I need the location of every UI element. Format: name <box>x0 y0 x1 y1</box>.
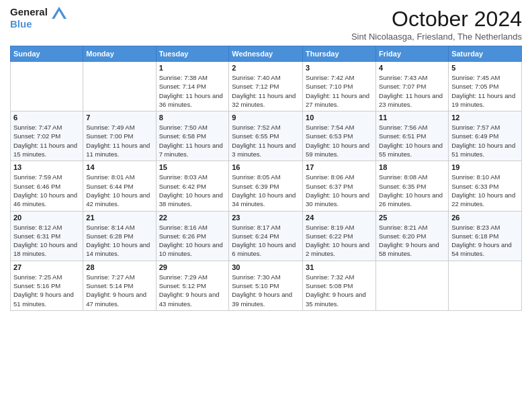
day-detail: Sunrise: 7:52 AM Sunset: 6:55 PM Dayligh… <box>232 123 300 158</box>
calendar-cell-w2-d7: 12Sunrise: 7:57 AM Sunset: 6:49 PM Dayli… <box>449 111 522 161</box>
day-detail: Sunrise: 7:27 AM Sunset: 5:14 PM Dayligh… <box>86 273 152 308</box>
day-detail: Sunrise: 7:42 AM Sunset: 7:10 PM Dayligh… <box>306 73 373 109</box>
day-detail: Sunrise: 7:25 AM Sunset: 5:16 PM Dayligh… <box>13 273 80 308</box>
calendar-cell-w3-d2: 14Sunrise: 8:01 AM Sunset: 6:44 PM Dayli… <box>83 161 156 211</box>
header-wednesday: Wednesday <box>229 46 303 62</box>
day-detail: Sunrise: 8:21 AM Sunset: 6:20 PM Dayligh… <box>379 223 445 259</box>
day-number: 30 <box>232 263 300 271</box>
day-detail: Sunrise: 7:30 AM Sunset: 5:10 PM Dayligh… <box>232 273 300 308</box>
day-number: 1 <box>159 64 226 72</box>
calendar-cell-w5-d6 <box>376 261 449 310</box>
calendar-week-3: 13Sunrise: 7:59 AM Sunset: 6:46 PM Dayli… <box>11 161 522 211</box>
calendar-week-5: 27Sunrise: 7:25 AM Sunset: 5:16 PM Dayli… <box>11 261 522 310</box>
day-number: 23 <box>232 214 300 222</box>
day-detail: Sunrise: 8:19 AM Sunset: 6:22 PM Dayligh… <box>306 223 373 259</box>
calendar-cell-w3-d3: 15Sunrise: 8:03 AM Sunset: 6:42 PM Dayli… <box>156 161 229 211</box>
day-detail: Sunrise: 7:49 AM Sunset: 7:00 PM Dayligh… <box>86 123 152 158</box>
day-detail: Sunrise: 8:12 AM Sunset: 6:31 PM Dayligh… <box>13 223 80 259</box>
calendar-cell-w1-d1 <box>11 62 83 111</box>
calendar-cell-w2-d3: 8Sunrise: 7:50 AM Sunset: 6:58 PM Daylig… <box>156 111 229 161</box>
day-detail: Sunrise: 7:40 AM Sunset: 7:12 PM Dayligh… <box>232 73 300 109</box>
calendar-cell-w2-d1: 6Sunrise: 7:47 AM Sunset: 7:02 PM Daylig… <box>11 111 83 161</box>
calendar-cell-w4-d3: 22Sunrise: 8:16 AM Sunset: 6:26 PM Dayli… <box>156 211 229 261</box>
calendar-cell-w2-d6: 11Sunrise: 7:56 AM Sunset: 6:51 PM Dayli… <box>376 111 449 161</box>
day-number: 26 <box>451 214 519 222</box>
calendar-cell-w3-d1: 13Sunrise: 7:59 AM Sunset: 6:46 PM Dayli… <box>11 161 83 211</box>
page: General Blue October 2024 Sint Nicolaasg… <box>0 0 532 411</box>
calendar-cell-w5-d2: 28Sunrise: 7:27 AM Sunset: 5:14 PM Dayli… <box>83 261 156 310</box>
calendar-cell-w5-d7 <box>449 261 522 310</box>
day-number: 13 <box>13 163 80 171</box>
calendar-cell-w5-d5: 31Sunrise: 7:32 AM Sunset: 5:08 PM Dayli… <box>303 261 376 310</box>
calendar-cell-w3-d6: 18Sunrise: 8:08 AM Sunset: 6:35 PM Dayli… <box>376 161 449 211</box>
day-detail: Sunrise: 7:54 AM Sunset: 6:53 PM Dayligh… <box>306 123 373 158</box>
calendar-cell-w5-d1: 27Sunrise: 7:25 AM Sunset: 5:16 PM Dayli… <box>11 261 83 310</box>
calendar-cell-w2-d4: 9Sunrise: 7:52 AM Sunset: 6:55 PM Daylig… <box>229 111 303 161</box>
day-number: 24 <box>306 214 373 222</box>
calendar-cell-w5-d4: 30Sunrise: 7:30 AM Sunset: 5:10 PM Dayli… <box>229 261 303 310</box>
day-number: 25 <box>379 214 445 222</box>
calendar-cell-w1-d4: 2Sunrise: 7:40 AM Sunset: 7:12 PM Daylig… <box>229 62 303 111</box>
day-number: 16 <box>232 163 300 171</box>
day-number: 31 <box>306 263 373 271</box>
calendar-week-1: 1Sunrise: 7:38 AM Sunset: 7:14 PM Daylig… <box>11 62 522 111</box>
day-number: 28 <box>86 263 152 271</box>
day-number: 21 <box>86 214 152 222</box>
logo-text: General Blue <box>10 7 66 30</box>
calendar-cell-w4-d5: 24Sunrise: 8:19 AM Sunset: 6:22 PM Dayli… <box>303 211 376 261</box>
day-detail: Sunrise: 7:32 AM Sunset: 5:08 PM Dayligh… <box>306 273 373 308</box>
header-sunday: Sunday <box>11 46 83 62</box>
day-detail: Sunrise: 7:50 AM Sunset: 6:58 PM Dayligh… <box>159 123 226 158</box>
day-detail: Sunrise: 7:59 AM Sunset: 6:46 PM Dayligh… <box>13 173 80 208</box>
calendar-cell-w4-d7: 26Sunrise: 8:23 AM Sunset: 6:18 PM Dayli… <box>449 211 522 261</box>
day-detail: Sunrise: 7:45 AM Sunset: 7:05 PM Dayligh… <box>451 73 519 109</box>
day-detail: Sunrise: 8:14 AM Sunset: 6:28 PM Dayligh… <box>86 223 152 259</box>
day-number: 22 <box>159 214 226 222</box>
month-title: October 2024 <box>351 7 522 32</box>
day-detail: Sunrise: 8:23 AM Sunset: 6:18 PM Dayligh… <box>451 223 519 259</box>
header-friday: Friday <box>376 46 449 62</box>
day-detail: Sunrise: 7:47 AM Sunset: 7:02 PM Dayligh… <box>13 123 80 158</box>
day-number: 20 <box>13 214 80 222</box>
day-detail: Sunrise: 7:56 AM Sunset: 6:51 PM Dayligh… <box>379 123 445 158</box>
calendar-cell-w1-d3: 1Sunrise: 7:38 AM Sunset: 7:14 PM Daylig… <box>156 62 229 111</box>
day-detail: Sunrise: 8:05 AM Sunset: 6:39 PM Dayligh… <box>232 173 300 208</box>
day-number: 6 <box>13 113 80 122</box>
day-detail: Sunrise: 8:06 AM Sunset: 6:37 PM Dayligh… <box>306 173 373 208</box>
day-number: 27 <box>13 263 80 271</box>
day-detail: Sunrise: 7:43 AM Sunset: 7:07 PM Dayligh… <box>379 73 445 109</box>
calendar-cell-w4-d6: 25Sunrise: 8:21 AM Sunset: 6:20 PM Dayli… <box>376 211 449 261</box>
day-number: 4 <box>379 64 445 72</box>
day-detail: Sunrise: 8:08 AM Sunset: 6:35 PM Dayligh… <box>379 173 445 208</box>
day-number: 15 <box>159 163 226 171</box>
calendar-cell-w1-d7: 5Sunrise: 7:45 AM Sunset: 7:05 PM Daylig… <box>449 62 522 111</box>
header: General Blue October 2024 Sint Nicolaasg… <box>10 7 522 42</box>
logo-icon <box>52 7 66 19</box>
day-number: 2 <box>232 64 300 72</box>
calendar-cell-w1-d6: 4Sunrise: 7:43 AM Sunset: 7:07 PM Daylig… <box>376 62 449 111</box>
calendar-cell-w2-d2: 7Sunrise: 7:49 AM Sunset: 7:00 PM Daylig… <box>83 111 156 161</box>
day-detail: Sunrise: 8:17 AM Sunset: 6:24 PM Dayligh… <box>232 223 300 259</box>
day-number: 8 <box>159 113 226 122</box>
header-thursday: Thursday <box>303 46 376 62</box>
calendar-cell-w4-d4: 23Sunrise: 8:17 AM Sunset: 6:24 PM Dayli… <box>229 211 303 261</box>
calendar-table: Sunday Monday Tuesday Wednesday Thursday… <box>10 46 522 311</box>
day-number: 7 <box>86 113 152 122</box>
day-number: 12 <box>451 113 519 122</box>
calendar-cell-w4-d1: 20Sunrise: 8:12 AM Sunset: 6:31 PM Dayli… <box>11 211 83 261</box>
day-number: 5 <box>451 64 519 72</box>
day-detail: Sunrise: 8:03 AM Sunset: 6:42 PM Dayligh… <box>159 173 226 208</box>
day-number: 19 <box>451 163 519 171</box>
calendar-cell-w4-d2: 21Sunrise: 8:14 AM Sunset: 6:28 PM Dayli… <box>83 211 156 261</box>
calendar-week-2: 6Sunrise: 7:47 AM Sunset: 7:02 PM Daylig… <box>11 111 522 161</box>
title-area: October 2024 Sint Nicolaasga, Friesland,… <box>351 7 522 42</box>
day-number: 18 <box>379 163 445 171</box>
day-number: 17 <box>306 163 373 171</box>
header-tuesday: Tuesday <box>156 46 229 62</box>
day-number: 9 <box>232 113 300 122</box>
day-detail: Sunrise: 8:16 AM Sunset: 6:26 PM Dayligh… <box>159 223 226 259</box>
calendar-cell-w2-d5: 10Sunrise: 7:54 AM Sunset: 6:53 PM Dayli… <box>303 111 376 161</box>
calendar-header-row: Sunday Monday Tuesday Wednesday Thursday… <box>11 46 522 62</box>
calendar-cell-w3-d4: 16Sunrise: 8:05 AM Sunset: 6:39 PM Dayli… <box>229 161 303 211</box>
day-number: 10 <box>306 113 373 122</box>
